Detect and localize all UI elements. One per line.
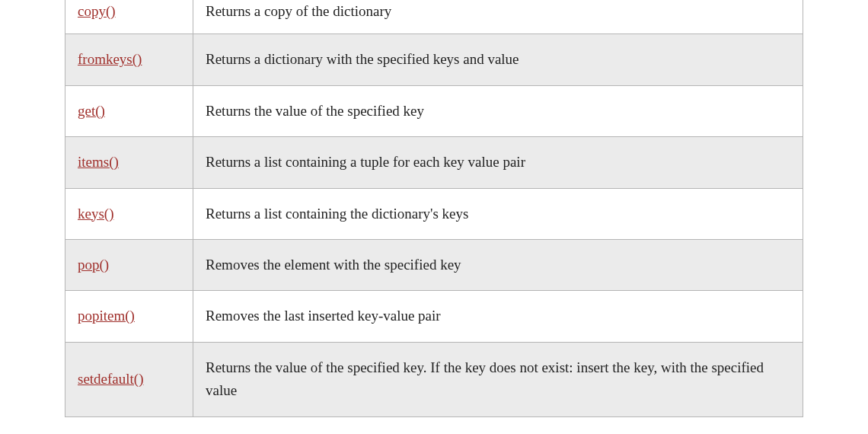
table-row: get() Returns the value of the specified…: [65, 85, 803, 136]
description-cell: Removes the last inserted key-value pair: [193, 291, 803, 342]
method-link-fromkeys[interactable]: fromkeys(): [78, 51, 142, 67]
method-link-items[interactable]: items(): [78, 154, 119, 170]
description-cell: Returns a dictionary with the specified …: [193, 34, 803, 85]
method-link-copy[interactable]: copy(): [78, 3, 116, 19]
table-row: popitem() Removes the last inserted key-…: [65, 291, 803, 342]
method-link-get[interactable]: get(): [78, 103, 105, 119]
methods-table: copy() Returns a copy of the dictionary …: [65, 0, 803, 417]
method-link-popitem[interactable]: popitem(): [78, 308, 135, 324]
method-link-keys[interactable]: keys(): [78, 206, 113, 222]
method-link-setdefault[interactable]: setdefault(): [78, 371, 144, 387]
table-row: pop() Removes the element with the speci…: [65, 239, 803, 290]
table-row: items() Returns a list containing a tupl…: [65, 137, 803, 188]
description-cell: Returns a list containing a tuple for ea…: [193, 137, 803, 188]
method-cell: items(): [65, 137, 193, 188]
method-cell: fromkeys(): [65, 34, 193, 85]
description-cell: Returns the value of the specified key: [193, 85, 803, 136]
method-link-pop[interactable]: pop(): [78, 257, 109, 273]
description-cell: Returns a list containing the dictionary…: [193, 188, 803, 239]
table-row: copy() Returns a copy of the dictionary: [65, 0, 803, 34]
table-row: keys() Returns a list containing the dic…: [65, 188, 803, 239]
methods-table-container: copy() Returns a copy of the dictionary …: [0, 0, 868, 417]
description-cell: Returns a copy of the dictionary: [193, 0, 803, 34]
method-cell: get(): [65, 85, 193, 136]
method-cell: popitem(): [65, 291, 193, 342]
method-cell: pop(): [65, 239, 193, 290]
method-cell: keys(): [65, 188, 193, 239]
table-row: fromkeys() Returns a dictionary with the…: [65, 34, 803, 85]
description-cell: Returns the value of the specified key. …: [193, 342, 803, 416]
method-cell: setdefault(): [65, 342, 193, 416]
table-row: setdefault() Returns the value of the sp…: [65, 342, 803, 416]
method-cell: copy(): [65, 0, 193, 34]
description-cell: Removes the element with the specified k…: [193, 239, 803, 290]
